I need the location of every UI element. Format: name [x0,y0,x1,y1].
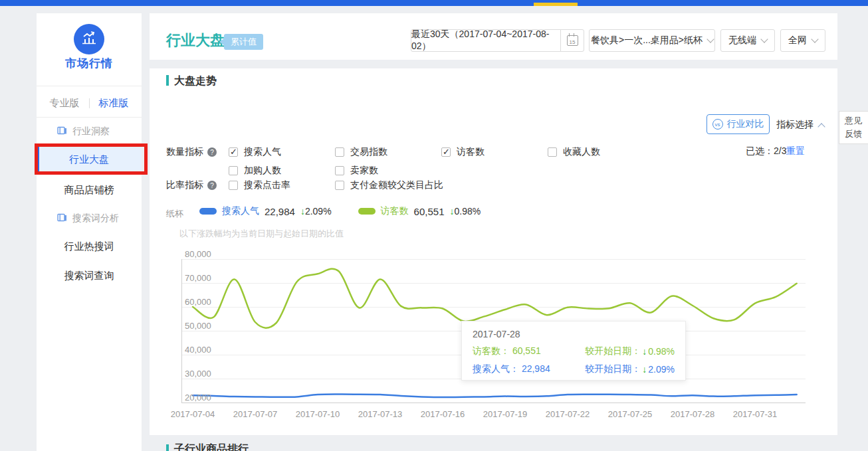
chart-legend: 搜索人气 22,984 2.09% 访客数 60,551 0.98% [199,205,481,217]
sidebar-item-search-word-query[interactable]: 搜索词查询 [37,270,142,282]
book-icon [57,126,67,137]
x-axis-label: 2017-07-13 [350,409,410,419]
checkbox[interactable] [229,181,238,190]
x-axis-label: 2017-07-19 [475,409,535,419]
checkbox-label: 加购人数 [244,165,281,177]
x-axis-label: 2017-07-07 [225,409,285,419]
y-axis-label: 60,000 [185,297,218,307]
section-title: 大盘走势 [174,74,217,88]
chevron-down-icon [811,35,818,43]
x-axis-label: 2017-07-28 [663,409,722,419]
label-text: 数量指标 [166,146,203,158]
chevron-down-icon [760,35,768,43]
checkbox-label: 交易指数 [350,146,387,158]
tab-standard-version[interactable]: 标准版 [99,97,129,110]
checkbox-label: 卖家数 [350,165,378,177]
checkbox[interactable] [229,166,238,175]
arrow-down-icon [642,346,647,357]
sidebar-group-label: 搜索词分析 [72,213,119,225]
checkbox-label: 支付金额较父类目占比 [350,179,443,191]
scope-dropdown[interactable]: 全网 [780,29,825,52]
checkbox-visitor-count[interactable]: 访客数 [441,146,548,158]
sidebar-version-tabs: 专业版 标准版 [37,97,142,110]
calendar-button[interactable]: 15 [560,29,584,52]
vs-icon: vs [712,119,723,130]
feedback-line: 意见 [845,114,866,128]
x-axis-label: 2017-07-25 [600,409,660,419]
series-value: 22,984 [522,363,550,374]
checkbox-search-click-rate[interactable]: 搜索点击率 [229,179,335,191]
date-range-value: 最近30天（2017-07-04~2017-08-02） [411,29,560,52]
change-value: 0.98% [454,206,481,217]
industry-compare-button[interactable]: vs 行业对比 [706,114,770,134]
tooltip-row-visitor: 访客数： 60,551 较开始日期：0.98% [473,345,675,357]
ratio-indicator-label: 比率指标 [166,179,217,191]
category-dropdown[interactable]: 餐饮具>一次...桌用品>纸杯 [589,29,715,52]
compare-button-label: 行业对比 [727,118,764,130]
sidebar-group-industry-insight[interactable]: 行业洞察 [57,126,110,137]
help-icon[interactable] [207,147,217,157]
terminal-dropdown[interactable]: 无线端 [720,29,775,52]
section-title-bar [166,444,169,451]
checkbox-label: 搜索点击率 [244,179,290,191]
reset-link[interactable]: 重置 [786,145,805,157]
divider [37,86,142,86]
checkbox-seller-count[interactable]: 卖家数 [335,165,441,177]
indicator-select-toggle[interactable]: 指标选择 [776,119,824,131]
section-title: 子行业商品排行 [174,442,249,451]
page: 市场行情 专业版 标准版 行业洞察 行业大盘 商品店铺榜 搜索词分析 [0,0,868,451]
quantity-checkbox-row-1: 搜索人气 交易指数 访客数 收藏人数 [229,146,654,158]
checkbox-favorite-count[interactable]: 收藏人数 [548,146,654,158]
legend-item-search-popularity[interactable]: 搜索人气 22,984 2.09% [199,205,332,217]
y-axis-label: 50,000 [185,321,218,331]
selected-count: 已选：2/3 [746,145,786,157]
checkbox[interactable] [335,147,344,157]
checkbox-payment-parent-ratio[interactable]: 支付金额较父类目占比 [335,179,443,191]
checkbox-add-cart-count[interactable]: 加购人数 [229,165,335,177]
tooltip-compare: 较开始日期：0.98% [585,345,675,357]
page-title: 行业大盘 [166,31,225,50]
calendar-icon: 15 [567,35,578,46]
checkbox-search-popularity[interactable]: 搜索人气 [229,146,335,158]
change-value: 2.09% [648,364,675,375]
badge-label: 累计值 [224,34,263,50]
scope-value: 全网 [788,35,807,46]
trend-chart-icon [81,31,97,48]
cumulative-badge: 累计值 [219,34,263,50]
legend-category: 纸杯 [166,208,183,220]
x-axis-label: 2017-07-22 [538,409,597,419]
date-range-selector[interactable]: 最近30天（2017-07-04~2017-08-02） [411,29,561,52]
app-title: 市场行情 [37,56,142,71]
chart-tooltip: 2017-07-28 访客数： 60,551 较开始日期：0.98% 搜索人气：… [461,321,686,381]
checkbox[interactable] [441,147,451,157]
sidebar-item-product-shop-rank[interactable]: 商品店铺榜 [37,184,142,197]
y-axis-label: 30,000 [185,369,218,379]
legend-item-visitor-count[interactable]: 访客数 60,551 0.98% [358,205,481,217]
checkbox[interactable] [548,147,557,157]
y-axis-label: 70,000 [185,273,218,283]
feedback-tab[interactable]: 意见 反馈 [839,111,868,144]
compare-label: 较开始日期： [585,363,641,375]
tooltip-series-value: 访客数： 60,551 [473,345,541,357]
checkbox-trade-index[interactable]: 交易指数 [335,146,441,158]
sidebar-group-search-analysis[interactable]: 搜索词分析 [57,213,119,225]
sidebar-group-label: 行业洞察 [72,126,110,137]
terminal-value: 无线端 [728,35,756,46]
category-value: 餐饮具>一次...桌用品>纸杯 [591,35,703,46]
label-text: 比率指标 [166,179,203,191]
x-axis-label: 2017-07-31 [725,409,785,419]
help-icon[interactable] [207,181,217,190]
checkbox-label: 搜索人气 [244,146,281,158]
quantity-indicator-label: 数量指标 [166,146,217,158]
checkbox[interactable] [229,147,238,157]
tab-pro-version[interactable]: 专业版 [50,97,80,110]
series-name: 访客数 [381,205,409,217]
y-axis-label: 20,000 [185,393,218,403]
divider [37,117,142,118]
checkbox[interactable] [335,166,344,175]
y-axis-label: 40,000 [185,345,218,355]
checkbox[interactable] [335,181,344,190]
arrow-down-icon [300,206,305,217]
series-name: 访客数： [473,345,510,356]
sidebar-item-hot-search-words[interactable]: 行业热搜词 [37,240,142,253]
